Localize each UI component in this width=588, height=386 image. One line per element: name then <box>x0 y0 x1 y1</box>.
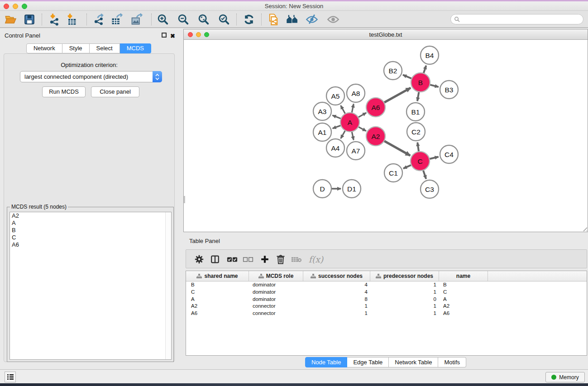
select-all-button[interactable] <box>225 253 239 266</box>
node-A2[interactable]: A2 <box>366 127 385 146</box>
tab-network[interactable]: Network <box>26 43 62 53</box>
table-cell[interactable]: 4 <box>303 289 370 296</box>
node-B2[interactable]: B2 <box>384 62 402 80</box>
edge-A-A1[interactable] <box>333 125 341 129</box>
duplicate-network-button[interactable] <box>265 12 282 27</box>
column-header-name[interactable]: name <box>439 271 488 281</box>
close-panel-icon[interactable]: ✖ <box>170 33 175 38</box>
edge-A-A4[interactable] <box>341 130 345 138</box>
node-B4[interactable]: B4 <box>421 46 439 64</box>
table-cell[interactable]: A2 <box>439 303 488 310</box>
node-A1[interactable]: A1 <box>313 123 331 141</box>
search-input[interactable] <box>462 15 579 24</box>
node-A8[interactable]: A8 <box>347 84 365 102</box>
node-C1[interactable]: C1 <box>384 164 402 182</box>
canvas-edge-handle[interactable] <box>184 196 185 203</box>
edge-B-B4[interactable] <box>424 66 426 73</box>
table-cell[interactable]: 1 <box>303 303 370 310</box>
add-column-button[interactable] <box>258 253 272 266</box>
mcds-result-item[interactable]: A2 <box>10 212 171 219</box>
save-session-button[interactable] <box>21 12 38 27</box>
table-cell[interactable]: 1 <box>370 310 439 317</box>
hide-selected-button[interactable] <box>303 12 320 27</box>
node-A5[interactable]: A5 <box>326 87 344 105</box>
table-cell[interactable]: 4 <box>303 281 370 289</box>
node-C2[interactable]: C2 <box>407 123 425 141</box>
table-cell[interactable]: 1 <box>303 310 370 317</box>
tab-motifs[interactable]: Motifs <box>438 357 466 367</box>
table-cell[interactable]: C <box>186 289 249 296</box>
tab-style[interactable]: Style <box>62 43 90 53</box>
mcds-result-list[interactable]: A2ABCA6 <box>10 212 172 360</box>
float-panel-icon[interactable] <box>162 33 167 38</box>
table-cell[interactable]: connector <box>249 303 303 310</box>
table-cell[interactable]: dominator <box>249 281 303 289</box>
edge-B-B2[interactable] <box>403 75 412 78</box>
table-settings-button[interactable] <box>192 253 206 266</box>
edge-A-A5[interactable] <box>341 105 345 114</box>
node-C[interactable]: C <box>411 152 430 171</box>
open-session-button[interactable] <box>2 12 19 27</box>
node-A[interactable]: A <box>340 113 359 132</box>
edge-A-A3[interactable] <box>332 115 341 119</box>
mcds-result-item[interactable]: C <box>10 234 171 241</box>
node-D[interactable]: D <box>313 180 331 198</box>
table-cell[interactable]: 0 <box>370 296 439 303</box>
memory-button[interactable]: Memory <box>545 372 585 382</box>
edge-C-C3[interactable] <box>423 170 426 179</box>
table-cell[interactable]: connector <box>249 310 303 317</box>
zoom-in-button[interactable] <box>154 12 172 27</box>
node-B[interactable]: B <box>411 73 430 92</box>
column-header-successor-nodes[interactable]: successor nodes <box>303 271 370 281</box>
close-panel-button[interactable]: Close panel <box>91 86 139 97</box>
edge-C-C1[interactable] <box>403 165 411 168</box>
zoom-out-button[interactable] <box>175 12 192 27</box>
deselect-all-button[interactable] <box>241 253 255 266</box>
table-cell[interactable]: A <box>439 296 488 303</box>
column-header-mcds-role[interactable]: MCDS role <box>249 271 303 281</box>
edge-A-A8[interactable] <box>352 104 354 113</box>
edge-C-C4[interactable] <box>429 157 438 159</box>
import-table-button[interactable] <box>63 12 80 27</box>
tab-network-table[interactable]: Network Table <box>389 357 438 367</box>
table-cell[interactable]: 1 <box>370 289 439 296</box>
mcds-result-item[interactable]: A <box>10 219 171 227</box>
table-row[interactable]: A2connector11A2 <box>186 303 587 310</box>
table-row[interactable]: Cdominator41C <box>186 289 587 296</box>
column-header-shared-name[interactable]: shared name <box>186 271 249 281</box>
tab-mcds[interactable]: MCDS <box>120 43 151 53</box>
table-row[interactable]: Adominator80A <box>186 296 587 303</box>
zoom-fit-button[interactable] <box>195 12 212 27</box>
zoom-selected-button[interactable] <box>215 12 233 27</box>
node-C4[interactable]: C4 <box>440 145 458 163</box>
table-cell[interactable]: A6 <box>439 310 488 317</box>
delete-table-button[interactable] <box>289 253 304 266</box>
run-mcds-button[interactable]: Run MCDS <box>42 86 86 97</box>
function-builder-button[interactable]: f(x) <box>306 253 326 266</box>
node-A3[interactable]: A3 <box>313 102 331 120</box>
task-history-button[interactable] <box>5 372 16 382</box>
mcds-result-item[interactable]: B <box>10 227 171 234</box>
table-cell[interactable]: 1 <box>370 281 439 289</box>
node-A6[interactable]: A6 <box>366 98 385 117</box>
node-A7[interactable]: A7 <box>347 142 365 160</box>
table-cell[interactable]: dominator <box>249 296 303 303</box>
table-cell[interactable]: B <box>186 281 249 289</box>
table-row[interactable]: A6connector11A6 <box>186 310 587 317</box>
table-row[interactable]: Bdominator41B <box>186 281 587 289</box>
tab-edge-table[interactable]: Edge Table <box>347 357 389 367</box>
node-B3[interactable]: B3 <box>440 81 458 99</box>
export-image-button[interactable] <box>128 12 145 27</box>
show-columns-button[interactable] <box>208 253 222 266</box>
edge-A6-B[interactable] <box>384 88 411 103</box>
column-header-predecessor-nodes[interactable]: predecessor nodes <box>370 271 439 281</box>
table-cell[interactable]: A6 <box>186 310 249 317</box>
criterion-dropdown[interactable]: largest connected component (directed) <box>20 71 162 82</box>
table-cell[interactable]: dominator <box>249 289 303 296</box>
table-cell[interactable]: 8 <box>303 296 370 303</box>
table-cell[interactable]: A <box>186 296 249 303</box>
node-A4[interactable]: A4 <box>326 139 344 157</box>
tab-node-table[interactable]: Node Table <box>305 357 348 367</box>
table-cell[interactable]: 1 <box>370 303 439 310</box>
edge-A2-C[interactable] <box>384 141 410 155</box>
